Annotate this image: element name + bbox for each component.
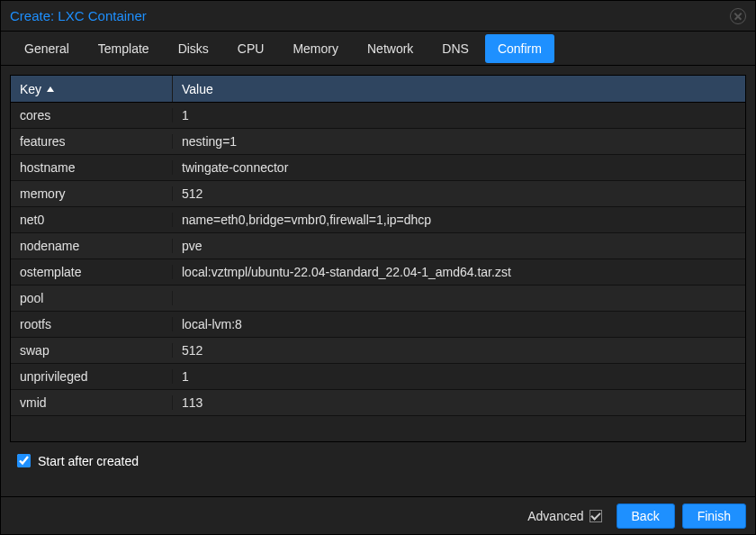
- cell-value: 512: [173, 186, 745, 201]
- tab-label: Network: [367, 41, 413, 56]
- cell-value: nesting=1: [173, 134, 745, 149]
- tab-label: Confirm: [498, 41, 542, 56]
- tab-bar: General Template Disks CPU Memory Networ…: [1, 32, 755, 66]
- tab-confirm[interactable]: Confirm: [485, 34, 554, 63]
- cell-value: 1: [173, 108, 745, 122]
- cell-value: 512: [173, 343, 745, 358]
- cell-key: memory: [11, 186, 173, 201]
- table-row[interactable]: net0name=eth0,bridge=vmbr0,firewall=1,ip…: [11, 207, 745, 233]
- table-row[interactable]: unprivileged1: [11, 364, 745, 390]
- cell-key: vmid: [11, 395, 173, 410]
- titlebar: Create: LXC Container: [1, 1, 755, 32]
- tab-general[interactable]: General: [12, 34, 82, 63]
- tab-disks[interactable]: Disks: [166, 34, 221, 63]
- tab-network[interactable]: Network: [355, 34, 426, 63]
- cell-value: twingate-connector: [173, 160, 745, 175]
- column-header-key[interactable]: Key: [11, 76, 173, 102]
- close-icon[interactable]: [730, 8, 746, 24]
- table-row[interactable]: memory512: [11, 181, 745, 207]
- table-row[interactable]: ostemplatelocal:vztmpl/ubuntu-22.04-stan…: [11, 259, 745, 286]
- window-title: Create: LXC Container: [10, 8, 147, 23]
- footer: Advanced Back Finish: [1, 496, 755, 534]
- advanced-toggle[interactable]: Advanced: [527, 509, 601, 523]
- table-row[interactable]: swap512: [11, 338, 745, 364]
- finish-button[interactable]: Finish: [682, 503, 746, 529]
- tab-label: General: [24, 41, 69, 56]
- tab-template[interactable]: Template: [86, 34, 162, 63]
- cell-value: local-lvm:8: [173, 317, 745, 331]
- cell-key: rootfs: [11, 317, 173, 331]
- cell-key: pool: [11, 291, 173, 305]
- cell-value: name=eth0,bridge=vmbr0,firewall=1,ip=dhc…: [173, 213, 745, 227]
- cell-key: features: [11, 134, 173, 149]
- tab-dns[interactable]: DNS: [429, 34, 482, 63]
- start-after-created-checkbox[interactable]: [17, 454, 31, 467]
- column-header-key-label: Key: [20, 82, 41, 96]
- advanced-label: Advanced: [527, 509, 583, 523]
- table-row[interactable]: hostnametwingate-connector: [11, 155, 745, 181]
- table-row[interactable]: pool: [11, 286, 745, 312]
- confirm-grid: Key Value cores1featuresnesting=1hostnam…: [10, 75, 746, 442]
- content-area: Key Value cores1featuresnesting=1hostnam…: [1, 66, 755, 496]
- start-after-created-label[interactable]: Start after created: [38, 454, 139, 468]
- column-header-value-label: Value: [182, 82, 213, 96]
- table-row[interactable]: vmid113: [11, 390, 745, 416]
- cell-value: 113: [173, 395, 745, 410]
- cell-key: nodename: [11, 239, 173, 253]
- back-button[interactable]: Back: [616, 503, 675, 529]
- table-row[interactable]: featuresnesting=1: [11, 129, 745, 155]
- column-header-value[interactable]: Value: [173, 76, 745, 102]
- table-row[interactable]: cores1: [11, 103, 745, 129]
- tab-label: Disks: [178, 41, 209, 56]
- tab-label: DNS: [442, 41, 469, 56]
- cell-value: pve: [173, 239, 745, 253]
- table-row[interactable]: nodenamepve: [11, 233, 745, 259]
- tab-label: CPU: [238, 41, 265, 56]
- cell-value: 1: [173, 369, 745, 384]
- dialog-window: Create: LXC Container General Template D…: [0, 0, 756, 535]
- cell-key: unprivileged: [11, 369, 173, 384]
- tab-cpu[interactable]: CPU: [225, 34, 277, 63]
- grid-body: cores1featuresnesting=1hostnametwingate-…: [11, 103, 745, 416]
- cell-key: swap: [11, 343, 173, 358]
- table-row[interactable]: rootfslocal-lvm:8: [11, 312, 745, 338]
- cell-key: hostname: [11, 160, 173, 175]
- cell-key: cores: [11, 108, 173, 122]
- advanced-checkbox-icon: [590, 510, 602, 522]
- cell-key: ostemplate: [11, 265, 173, 279]
- grid-spacer: [11, 416, 745, 441]
- tab-memory[interactable]: Memory: [280, 34, 351, 63]
- tab-label: Memory: [292, 41, 338, 56]
- tab-label: Template: [98, 41, 149, 56]
- grid-header: Key Value: [11, 76, 745, 103]
- sort-asc-icon: [47, 86, 54, 92]
- cell-key: net0: [11, 213, 173, 227]
- start-after-created-row: Start after created: [10, 442, 746, 470]
- cell-value: local:vztmpl/ubuntu-22.04-standard_22.04…: [173, 265, 745, 279]
